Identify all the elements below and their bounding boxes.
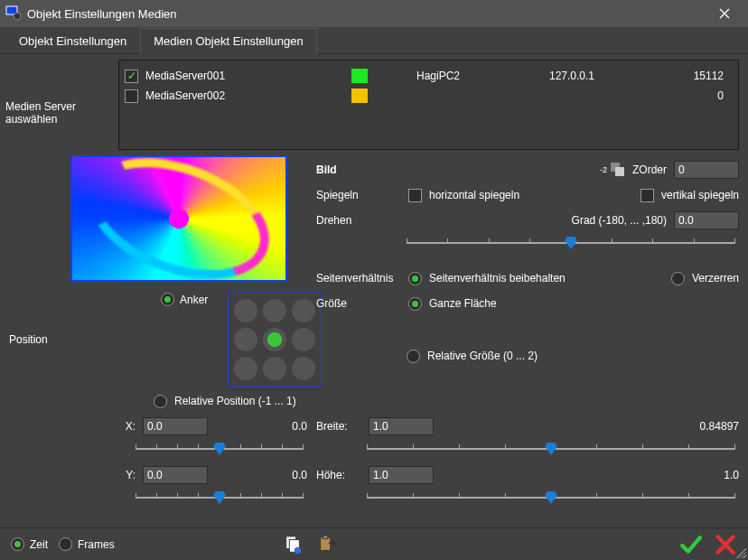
zorder-icon bbox=[611, 163, 625, 177]
anchor-cell-mc[interactable] bbox=[263, 328, 286, 351]
rotate-input[interactable] bbox=[674, 211, 739, 229]
size-full-label: Ganze Fläche bbox=[429, 297, 497, 310]
width-slider[interactable] bbox=[367, 437, 735, 461]
tab-object-settings[interactable]: Objekt Einstellungen bbox=[5, 28, 140, 54]
height-readout: 1.0 bbox=[685, 469, 739, 481]
height-label: Höhe: bbox=[316, 469, 361, 481]
y-slider[interactable] bbox=[136, 486, 304, 509]
copy-button[interactable] bbox=[281, 533, 304, 556]
server-name: MediaServer001 bbox=[145, 70, 344, 82]
mirror-horizontal-label: horizontal spiegeln bbox=[429, 189, 519, 201]
anchor-grid bbox=[228, 293, 322, 387]
relative-position-radio[interactable] bbox=[154, 395, 167, 408]
zorder-input[interactable] bbox=[674, 161, 739, 179]
relative-position-label: Relative Position (-1 ... 1) bbox=[174, 395, 296, 407]
mirror-vertical-label: vertikal spiegeln bbox=[661, 189, 739, 201]
server-item[interactable]: MediaServer002 0 bbox=[125, 86, 733, 106]
app-icon bbox=[5, 5, 22, 22]
position-label: Position bbox=[9, 333, 63, 346]
server-name: MediaServer002 bbox=[145, 89, 344, 102]
size-full-radio[interactable] bbox=[408, 297, 422, 311]
x-input[interactable] bbox=[143, 417, 208, 435]
media-preview bbox=[70, 155, 287, 282]
footer: Zeit Frames bbox=[0, 527, 748, 560]
server-port: 15112 bbox=[642, 70, 733, 82]
y-input[interactable] bbox=[143, 466, 208, 484]
window-title: Objekt Einstellungen Medien bbox=[27, 7, 706, 21]
zorder-label: ZOrder bbox=[632, 163, 667, 176]
y-readout: 0.0 bbox=[253, 469, 307, 481]
aspect-label: Seitenverhältnis bbox=[316, 272, 401, 285]
anchor-cell-tc[interactable] bbox=[263, 299, 286, 322]
time-mode-label: Zeit bbox=[30, 538, 48, 551]
frames-mode-radio[interactable] bbox=[59, 537, 72, 551]
rotate-slider[interactable] bbox=[407, 231, 735, 255]
server-checkbox[interactable] bbox=[125, 70, 138, 83]
content-area: Medien Server auswählen MediaServer001 H… bbox=[0, 54, 748, 560]
size-relative-radio[interactable] bbox=[407, 350, 420, 363]
aspect-distort-label: Verzerren bbox=[692, 272, 739, 285]
mirror-horizontal-checkbox[interactable] bbox=[408, 189, 422, 202]
server-list: MediaServer001 HagiPC2 127.0.0.1 15112 M… bbox=[118, 60, 739, 150]
image-header: Bild bbox=[316, 163, 401, 176]
title-bar: Objekt Einstellungen Medien bbox=[0, 0, 748, 27]
mirror-vertical-checkbox[interactable] bbox=[640, 189, 654, 202]
server-color-swatch bbox=[351, 89, 368, 103]
size-label: Größe bbox=[316, 297, 401, 310]
svg-point-4 bbox=[295, 546, 301, 553]
svg-rect-6 bbox=[323, 535, 328, 538]
close-button[interactable] bbox=[706, 0, 743, 27]
ok-button[interactable] bbox=[679, 533, 703, 556]
size-relative-label: Relative Größe (0 ... 2) bbox=[427, 350, 538, 362]
server-select-label: Medien Server auswählen bbox=[0, 60, 118, 150]
x-slider[interactable] bbox=[136, 437, 304, 461]
width-label: Breite: bbox=[316, 420, 361, 433]
svg-point-1 bbox=[14, 13, 21, 20]
anchor-radio[interactable] bbox=[161, 293, 174, 306]
rotate-label: Drehen bbox=[316, 214, 401, 227]
tab-bar: Objekt Einstellungen Medien Objekt Einst… bbox=[0, 27, 748, 54]
x-readout: 0.0 bbox=[253, 420, 307, 433]
server-color-swatch bbox=[351, 69, 368, 83]
anchor-cell-tr[interactable] bbox=[292, 299, 315, 322]
resize-grip[interactable] bbox=[734, 546, 746, 558]
height-slider[interactable] bbox=[367, 486, 735, 509]
anchor-cell-bl[interactable] bbox=[234, 357, 257, 380]
aspect-distort-radio[interactable] bbox=[671, 272, 685, 285]
anchor-cell-ml[interactable] bbox=[234, 328, 257, 351]
width-readout: 0.84897 bbox=[667, 420, 739, 433]
mirror-label: Spiegeln bbox=[316, 189, 401, 201]
anchor-cell-br[interactable] bbox=[292, 357, 315, 380]
anchor-label: Anker bbox=[180, 294, 208, 306]
aspect-keep-radio[interactable] bbox=[408, 272, 422, 285]
zorder-sup: -2 bbox=[600, 165, 607, 174]
server-item[interactable]: MediaServer001 HagiPC2 127.0.0.1 15112 bbox=[125, 66, 733, 86]
height-input[interactable] bbox=[369, 466, 434, 484]
server-checkbox[interactable] bbox=[125, 89, 138, 103]
anchor-cell-tl[interactable] bbox=[234, 299, 257, 322]
width-input[interactable] bbox=[369, 417, 434, 435]
y-label: Y: bbox=[117, 469, 136, 481]
time-mode-radio[interactable] bbox=[11, 537, 24, 551]
anchor-cell-mr[interactable] bbox=[292, 328, 315, 351]
server-host: HagiPC2 bbox=[375, 70, 501, 82]
server-ip: 127.0.0.1 bbox=[509, 70, 635, 82]
frames-mode-label: Frames bbox=[78, 538, 115, 551]
aspect-keep-label: Seitenverhältnis beibehalten bbox=[429, 272, 566, 285]
anchor-cell-bc[interactable] bbox=[263, 357, 286, 380]
server-port: 0 bbox=[642, 89, 733, 102]
paste-button[interactable] bbox=[315, 533, 339, 556]
tab-media-object-settings[interactable]: Medien Objekt Einstellungen bbox=[140, 28, 317, 54]
rotate-unit: Grad (-180, ... ,180) bbox=[572, 214, 667, 227]
x-label: X: bbox=[117, 420, 136, 433]
